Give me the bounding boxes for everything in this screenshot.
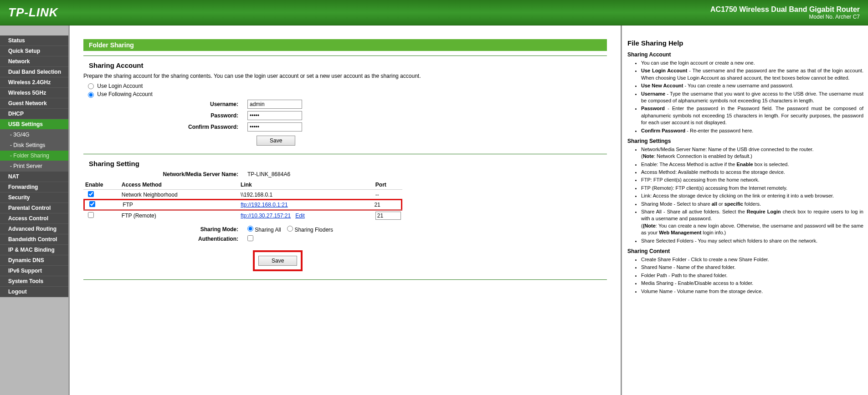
label-server-name: Network/Media Server Name: [83, 171, 247, 177]
nav-item-dual-band-selection[interactable]: Dual Band Selection [0, 67, 68, 77]
method-cell: FTP (Remote) [122, 213, 241, 219]
enable-checkbox[interactable] [88, 212, 94, 218]
table-row: Network Neighborhood\\192.168.0.1-- [83, 189, 402, 200]
password-input[interactable] [247, 111, 302, 120]
label-username: Username: [83, 101, 247, 107]
header-right: AC1750 Wireless Dual Band Gigabit Router… [710, 5, 860, 20]
th-port: Port [375, 182, 402, 188]
help-title: File Sharing Help [627, 39, 863, 47]
nav-item-wireless-5ghz[interactable]: Wireless 5GHz [0, 88, 68, 98]
table-header: Enable Access Method Link Port [83, 180, 402, 189]
nav-item-usb-settings[interactable]: USB Settings [0, 119, 68, 130]
nav-item-ipv6-support[interactable]: IPv6 Support [0, 266, 68, 276]
nav-item--3g-4g[interactable]: - 3G/4G [0, 130, 68, 140]
help-panel: File Sharing Help Sharing Account You ca… [622, 25, 868, 395]
port-input[interactable] [375, 212, 401, 220]
product-name: AC1750 Wireless Dual Band Gigabit Router [710, 5, 860, 14]
nav-item-nat[interactable]: NAT [0, 172, 68, 182]
access-link[interactable]: ftp://10.30.27.157:21 [241, 213, 291, 219]
th-enable: Enable [83, 182, 122, 188]
help-item: Link: Access the storage device by click… [641, 192, 863, 199]
page-title: Folder Sharing [83, 39, 607, 51]
help-settings-heading: Sharing Settings [627, 138, 863, 144]
access-link[interactable]: ftp://192.168.0.1:21 [241, 202, 288, 208]
help-item: Share All - Share all active folders. Se… [641, 208, 863, 237]
th-link: Link [241, 182, 375, 188]
help-item: Password - Enter the password in the Pas… [641, 105, 863, 126]
edit-link[interactable]: Edit [295, 213, 305, 219]
nav-item-wireless-2-4ghz[interactable]: Wireless 2.4GHz [0, 77, 68, 88]
nav-item-quick-setup[interactable]: Quick Setup [0, 46, 68, 56]
divider [83, 154, 607, 154]
nav-item-guest-network[interactable]: Guest Network [0, 98, 68, 109]
section-sharing-account: Sharing Account [89, 61, 607, 69]
nav-item-security[interactable]: Security [0, 192, 68, 203]
nav-item-dhcp[interactable]: DHCP [0, 109, 68, 119]
help-item: Network/Media Server Name: Name of the U… [641, 146, 863, 160]
method-cell: Network Neighborhood [122, 192, 241, 198]
help-item: Shared Name - Name of the shared folder. [641, 264, 863, 271]
save-account-button[interactable]: Save [257, 136, 295, 146]
help-item: Share Selected Folders - You may select … [641, 238, 863, 244]
label-confirm-password: Confirm Password: [83, 124, 247, 130]
label-authentication: Authentication: [83, 236, 247, 242]
enable-checkbox[interactable] [88, 191, 94, 197]
nav-item-ip-mac-binding[interactable]: IP & MAC Binding [0, 245, 68, 255]
label-use-following: Use Following Account [97, 91, 152, 97]
help-item: Media Sharing - Enable/Disable access to… [641, 280, 863, 287]
help-item: FTP (Remote): FTP client(s) accessing fr… [641, 185, 863, 192]
sidebar: StatusQuick SetupNetworkDual Band Select… [0, 25, 68, 395]
radio-sharing-all[interactable] [247, 226, 253, 232]
nav-item-network[interactable]: Network [0, 56, 68, 67]
help-item: Use Login Account - The username and the… [641, 67, 863, 81]
help-item: Volume Name - Volume name from the stora… [641, 288, 863, 295]
nav-item-access-control[interactable]: Access Control [0, 213, 68, 224]
checkbox-authentication[interactable] [247, 235, 253, 241]
access-table: Enable Access Method Link Port Network N… [83, 180, 402, 221]
username-input[interactable] [247, 100, 302, 109]
divider [83, 279, 607, 280]
link-cell: \\192.168.0.1 [241, 192, 375, 198]
label-use-login: Use Login Account [97, 83, 143, 89]
save-setting-button[interactable]: Save [258, 256, 297, 266]
label-password: Password: [83, 112, 247, 119]
save-highlight: Save [253, 250, 303, 271]
help-item: Enable: The Access Method is active if t… [641, 161, 863, 168]
radio-use-following[interactable] [88, 92, 94, 98]
help-content-heading: Sharing Content [627, 248, 863, 254]
nav-item-parental-control[interactable]: Parental Control [0, 203, 68, 213]
nav-item-bandwidth-control[interactable]: Bandwidth Control [0, 234, 68, 245]
help-item: Use New Account - You can create a new u… [641, 82, 863, 89]
nav-item--disk-settings[interactable]: - Disk Settings [0, 140, 68, 151]
help-item: You can use the login account or create … [641, 60, 863, 66]
nav-item-system-tools[interactable]: System Tools [0, 276, 68, 287]
port-cell: 21 [374, 202, 401, 208]
enable-checkbox[interactable] [89, 201, 95, 207]
label-sharing-all: Sharing All [255, 227, 281, 233]
radio-use-login[interactable] [88, 83, 94, 89]
help-item: Sharing Mode - Select to share all or sp… [641, 201, 863, 208]
port-cell: -- [375, 192, 402, 198]
divider [83, 56, 607, 56]
nav-item-dynamic-dns[interactable]: Dynamic DNS [0, 255, 68, 266]
logo: TP-LINK [8, 5, 58, 20]
help-account-heading: Sharing Account [627, 51, 863, 58]
label-sharing-mode: Sharing Mode: [83, 226, 247, 233]
nav-item-logout[interactable]: Logout [0, 287, 68, 297]
nav-item-forwarding[interactable]: Forwarding [0, 182, 68, 192]
confirm-password-input[interactable] [247, 122, 302, 132]
help-item: Folder Path - Path to the shared folder. [641, 272, 863, 279]
nav-item--print-server[interactable]: - Print Server [0, 161, 68, 172]
nav-item-advanced-routing[interactable]: Advanced Routing [0, 224, 68, 234]
table-row: FTP (Remote)ftp://10.30.27.157:21Edit [83, 210, 402, 221]
help-item: FTP: FTP client(s) accessing from the ho… [641, 177, 863, 183]
nav-item--folder-sharing[interactable]: - Folder Sharing [0, 151, 68, 161]
method-cell: FTP [123, 202, 241, 208]
radio-sharing-folders[interactable] [287, 226, 293, 232]
nav-item-status[interactable]: Status [0, 35, 68, 46]
help-item: Access Method: Available methods to acce… [641, 169, 863, 176]
th-method: Access Method [122, 182, 241, 188]
model-number: Model No. Archer C7 [710, 14, 860, 20]
help-item: Username - Type the username that you wa… [641, 91, 863, 105]
table-row: FTPftp://192.168.0.1:2121 [83, 199, 402, 211]
